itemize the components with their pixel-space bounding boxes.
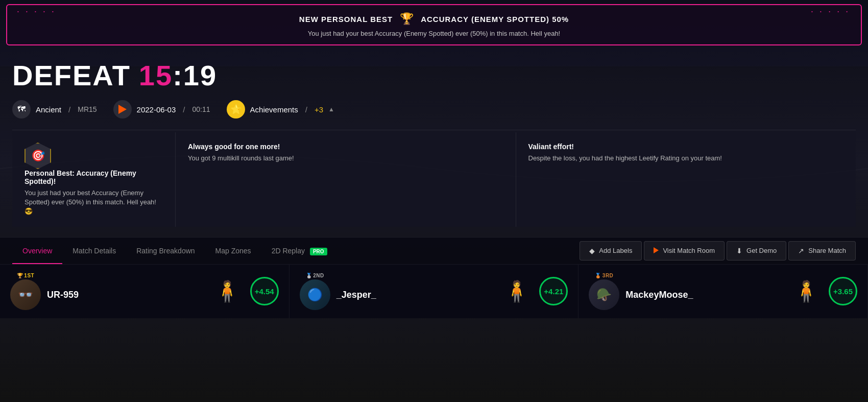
banner-description: You just had your best Accuracy (Enemy S…	[308, 30, 560, 37]
rank-trophy-2: 🥈	[306, 273, 312, 278]
players-ranking-row: 🏆 1ST 👓 UR-959 🧍 +4.54 🥈 2ND 🔵 _Jesper_	[0, 264, 868, 318]
match-header: DEFEAT 15:19 🗺 Ancient / MR15 2022-06-03…	[0, 50, 868, 130]
tab-overview[interactable]: Overview	[12, 238, 62, 264]
map-icon: 🗺	[12, 100, 31, 119]
date-info: 2022-06-03 / 00:11	[113, 100, 210, 119]
share-match-label: Share Match	[808, 247, 846, 254]
map-info: 🗺 Ancient / MR15	[12, 100, 97, 119]
player-name-2: _Jesper_	[336, 290, 494, 300]
visit-match-room-label: Visit Match Room	[663, 247, 715, 254]
player-card-2: 🥈 2ND 🔵 _Jesper_ 🧍 +4.21	[290, 265, 579, 318]
banner-stat-label: ACCURACY (ENEMY SPOTTED) 50%	[421, 15, 569, 23]
player-info-1: UR-959	[47, 282, 205, 300]
achievements-info[interactable]: ⭐ Achievements / +3 ▲	[227, 100, 334, 119]
achievement-card-2: Always good for one more! You got 9 mult…	[176, 132, 516, 227]
game-mode: MR15	[78, 105, 97, 113]
meta-divider-3: /	[305, 105, 307, 114]
score-win: 19	[183, 59, 217, 91]
achievement-desc-3: Despite the loss, you had the highest Le…	[528, 154, 844, 163]
divider-1	[12, 130, 856, 130]
share-icon: ↗	[798, 247, 804, 255]
achievement-desc-1: You just had your best Accuracy (Enemy S…	[25, 188, 163, 217]
rank-trophy-1: 🏆	[17, 273, 23, 278]
player-rating-2: +4.21	[539, 277, 568, 305]
achievement-desc-2: You got 9 multikill rounds last game!	[188, 154, 503, 163]
player-char-2: 🧍	[500, 273, 533, 309]
tabs-navigation: Overview Match Details Rating Breakdown …	[0, 237, 868, 264]
add-labels-label: Add Labels	[599, 247, 632, 254]
rank-label-2: 2ND	[313, 273, 324, 278]
tabs-left-group: Overview Match Details Rating Breakdown …	[12, 238, 580, 264]
tab-match-details[interactable]: Match Details	[62, 238, 126, 264]
visit-match-room-button[interactable]: Visit Match Room	[644, 241, 725, 261]
tab-2d-replay[interactable]: 2D Replay PRO	[261, 238, 337, 264]
avatar-emoji-3: 🪖	[596, 288, 612, 302]
tabs-right-actions: ◆ Add Labels Visit Match Room ⬇ Get Demo…	[580, 241, 856, 261]
achievements-count: +3	[315, 105, 323, 114]
achievement-card-3: Valiant effort! Despite the loss, you ha…	[516, 132, 856, 227]
avatar-emoji-2: 🔵	[307, 288, 323, 302]
trophy-icon: 🏆	[400, 12, 414, 26]
player-card-3: 🥉 3RD 🪖 MackeyMoose_ 🧍 +3.65	[578, 265, 868, 318]
achievement-card-1: 🎯 Personal Best: Accuracy (Enemy Spotted…	[12, 132, 176, 227]
player-avatar-3: 🪖	[589, 279, 619, 310]
player-avatar-1: 👓	[10, 279, 41, 310]
meta-divider-1: /	[68, 105, 70, 114]
defeat-label: DEFEAT	[12, 59, 131, 92]
banner-personal-best-label: NEW PERSONAL BEST	[299, 15, 393, 23]
faceit-btn-icon	[654, 247, 659, 253]
player-rating-3: +3.65	[829, 277, 857, 305]
player-info-2: _Jesper_	[336, 282, 494, 300]
achievements-badge-icon: ⭐	[227, 100, 245, 119]
add-labels-button[interactable]: ◆ Add Labels	[580, 241, 642, 261]
match-date: 2022-06-03	[137, 105, 176, 114]
faceit-icon	[113, 100, 132, 119]
get-demo-button[interactable]: ⬇ Get Demo	[727, 241, 786, 261]
download-icon: ⬇	[736, 247, 742, 255]
match-time: 00:11	[192, 105, 210, 113]
match-meta-row: 🗺 Ancient / MR15 2022-06-03 / 00:11 ⭐ Ac…	[12, 100, 856, 125]
achievement-title-1: Personal Best: Accuracy (Enemy Spotted)!	[25, 169, 163, 185]
rank-label-1: 1ST	[24, 273, 34, 278]
map-name: Ancient	[36, 105, 61, 114]
visit-room-icon	[654, 247, 659, 255]
score-lose: 15	[139, 59, 173, 91]
meta-divider-2: /	[183, 105, 185, 114]
player-char-1: 🧍	[211, 273, 244, 309]
defeat-score-row: DEFEAT 15:19	[12, 59, 856, 92]
achievements-section: 🎯 Personal Best: Accuracy (Enemy Spotted…	[0, 132, 868, 227]
avatar-emoji-1: 👓	[18, 288, 33, 302]
player-avatar-2: 🔵	[300, 279, 330, 310]
faceit-arrow-icon	[118, 105, 127, 114]
player-name-1: UR-959	[47, 290, 205, 300]
achievements-chevron-icon: ▲	[328, 106, 334, 113]
achievement-title-2: Always good for one more!	[188, 143, 503, 151]
player-char-3: 🧍	[789, 273, 823, 309]
rank-label-3: 3RD	[602, 273, 614, 278]
labels-icon: ◆	[589, 247, 595, 255]
get-demo-label: Get Demo	[746, 247, 777, 254]
tab-rating-breakdown[interactable]: Rating Breakdown	[126, 238, 205, 264]
share-match-button[interactable]: ↗ Share Match	[788, 241, 856, 261]
player-name-3: MackeyMoose_	[625, 290, 783, 300]
achievement-icon-1: 🎯	[25, 143, 51, 169]
player-rating-1: +4.54	[250, 277, 279, 305]
tab-map-zones[interactable]: Map Zones	[205, 238, 261, 264]
player-info-3: MackeyMoose_	[625, 282, 783, 300]
rank-trophy-3: 🥉	[595, 273, 601, 278]
player-card-1: 🏆 1ST 👓 UR-959 🧍 +4.54	[0, 265, 290, 318]
achievements-label: Achievements	[250, 105, 298, 114]
achievement-title-3: Valiant effort!	[528, 143, 844, 151]
score-separator: :	[173, 59, 183, 91]
personal-best-banner: NEW PERSONAL BEST 🏆 ACCURACY (ENEMY SPOT…	[6, 4, 862, 45]
pro-badge: PRO	[310, 248, 327, 255]
